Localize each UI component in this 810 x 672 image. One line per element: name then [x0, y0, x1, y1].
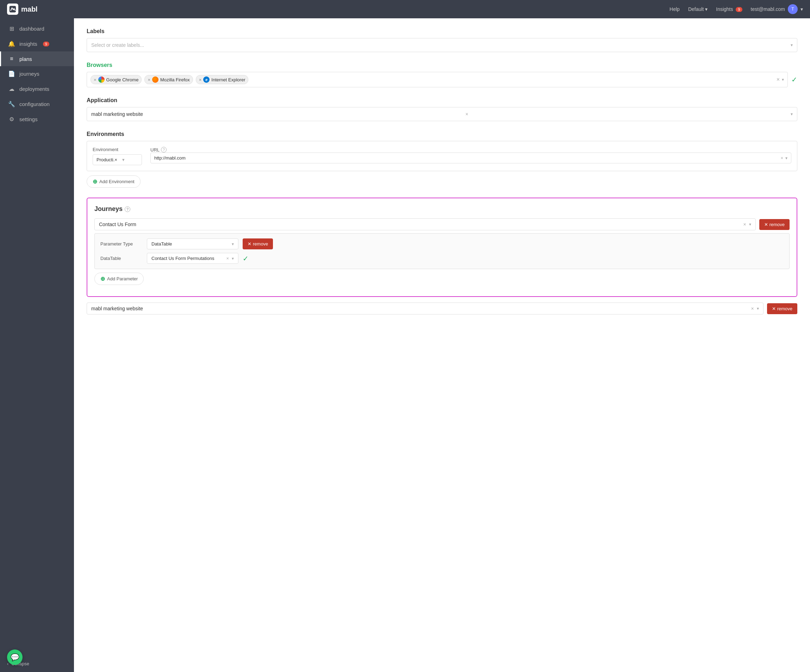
sidebar-item-plans[interactable]: ≡ plans — [0, 51, 74, 66]
chat-icon: 💬 — [10, 653, 19, 662]
browsers-check: ✓ — [791, 75, 797, 84]
help-link[interactable]: Help — [670, 6, 680, 12]
env-label: Environment — [93, 147, 142, 152]
top-nav: mabl Help Default ▾ Insights 9 test@mabl… — [0, 0, 810, 18]
browser-tag-firefox: × Mozilla Firefox — [144, 75, 192, 84]
ie-remove[interactable]: × — [199, 77, 202, 83]
dashboard-icon: ⊞ — [8, 25, 15, 32]
workspace-dropdown[interactable]: Default ▾ — [688, 6, 707, 12]
firefox-remove[interactable]: × — [148, 77, 150, 83]
journeys-help-icon: ? — [125, 206, 130, 212]
datatable-clear[interactable]: × — [226, 256, 229, 261]
url-dropdown-arrow: ▾ — [785, 156, 788, 160]
bottom-journey-clear[interactable]: × — [751, 306, 754, 311]
sidebar: ⊞ dashboard 🔔 insights 9 ≡ plans 📄 journ… — [0, 18, 74, 672]
add-param-plus-icon: ⊕ — [100, 275, 105, 282]
datatable-select[interactable]: Contact Us Form Permutations × ▾ — [147, 253, 238, 264]
sidebar-item-configuration[interactable]: 🔧 configuration — [0, 96, 74, 111]
chat-bubble[interactable]: 💬 — [7, 650, 22, 665]
sidebar-item-insights[interactable]: 🔔 insights 9 — [0, 36, 74, 51]
insights-sidebar-badge: 9 — [43, 42, 49, 47]
journey-entry: Contact Us Form × ▾ ✕ remove Parameter T… — [94, 218, 790, 285]
url-clear[interactable]: × — [780, 155, 783, 160]
bottom-journey-remove-button[interactable]: ✕ remove — [767, 303, 797, 314]
datatable-row: DataTable Contact Us Form Permutations ×… — [100, 253, 784, 264]
param-type-select[interactable]: DataTable ▾ — [147, 238, 238, 249]
journey-dropdown-arrow: ▾ — [749, 222, 751, 227]
url-label: URL ? — [150, 147, 791, 152]
sidebar-item-deployments[interactable]: ☁ deployments — [0, 81, 74, 96]
main-content: Labels Select or create labels... ▾ Brow… — [74, 18, 810, 672]
browsers-dropdown-arrow[interactable]: ▾ — [782, 77, 784, 82]
labels-placeholder: Select or create labels... — [91, 42, 144, 48]
chrome-remove[interactable]: × — [94, 77, 96, 83]
param-remove-button[interactable]: ✕ remove — [243, 238, 273, 249]
logo: mabl — [7, 3, 38, 15]
environments-title: Environments — [87, 131, 797, 137]
journeys-icon: 📄 — [8, 71, 15, 77]
journeys-title: Journeys ? — [94, 205, 790, 213]
configuration-icon: 🔧 — [8, 101, 15, 107]
param-type-label: Parameter Type — [100, 241, 143, 247]
browsers-actions: × ▾ — [776, 76, 784, 83]
datatable-dropdown-arrow: ▾ — [232, 256, 234, 261]
application-select[interactable]: mabl marketing website × ▾ — [87, 107, 797, 121]
environments-section: Environments Environment Producti.× ▾ UR… — [87, 131, 797, 188]
journey-clear[interactable]: × — [743, 221, 746, 227]
journey-row: Contact Us Form × ▾ ✕ remove — [94, 218, 790, 230]
parameter-block: Parameter Type DataTable ▾ ✕ remove Data… — [94, 233, 790, 269]
insights-icon: 🔔 — [8, 41, 15, 47]
app-layout: ⊞ dashboard 🔔 insights 9 ≡ plans 📄 journ… — [0, 18, 810, 672]
insights-badge: 9 — [736, 7, 742, 12]
env-url-col: URL ? http://mabl.com × ▾ — [150, 147, 791, 164]
sidebar-item-dashboard[interactable]: ⊞ dashboard — [0, 21, 74, 36]
bottom-journey-row: mabl marketing website × ▾ ✕ remove — [87, 302, 797, 314]
browser-tag-chrome: × Google Chrome — [91, 75, 142, 84]
bottom-journey-remove-x-icon: ✕ — [772, 306, 776, 311]
browsers-section: Browsers × Google Chrome × Mozilla Firef… — [87, 62, 797, 87]
url-select[interactable]: http://mabl.com × ▾ — [150, 152, 791, 164]
browser-tag-ie: × e Internet Explorer — [196, 75, 249, 84]
browsers-field: × Google Chrome × Mozilla Firefox × e In… — [87, 72, 788, 87]
chrome-icon — [98, 76, 105, 83]
add-parameter-button[interactable]: ⊕ Add Parameter — [94, 273, 144, 285]
labels-section: Labels Select or create labels... ▾ — [87, 28, 797, 52]
settings-icon: ⚙ — [8, 116, 15, 123]
env-select[interactable]: Producti.× ▾ — [93, 154, 142, 165]
labels-dropdown-arrow: ▾ — [791, 42, 793, 47]
firefox-icon — [152, 76, 159, 83]
add-env-plus-icon: ⊕ — [93, 178, 97, 185]
sidebar-item-journeys[interactable]: 📄 journeys — [0, 66, 74, 81]
avatar: T — [788, 4, 798, 14]
env-dropdown-arrow: ▾ — [122, 157, 125, 162]
sidebar-item-settings[interactable]: ⚙ settings — [0, 111, 74, 127]
browsers-title: Browsers — [87, 62, 797, 68]
journey-remove-button[interactable]: ✕ remove — [759, 219, 790, 230]
param-type-dropdown-arrow: ▾ — [232, 241, 234, 247]
browsers-clear[interactable]: × — [776, 76, 780, 83]
ie-icon: e — [203, 76, 209, 83]
bottom-journey-select[interactable]: mabl marketing website × ▾ — [87, 302, 763, 314]
user-info: test@mabl.com T ▾ — [751, 4, 803, 14]
bottom-journey-dropdown-arrow: ▾ — [757, 306, 759, 311]
plans-icon: ≡ — [8, 56, 15, 62]
application-clear[interactable]: × — [465, 111, 468, 117]
application-title: Application — [87, 97, 797, 103]
application-dropdown-arrow: ▾ — [791, 111, 793, 117]
deployments-icon: ☁ — [8, 86, 15, 92]
add-environment-button[interactable]: ⊕ Add Environment — [87, 176, 140, 188]
journeys-section: Journeys ? Contact Us Form × ▾ ✕ remove — [87, 198, 797, 297]
labels-title: Labels — [87, 28, 797, 34]
datatable-label: DataTable — [100, 256, 143, 261]
journey-select[interactable]: Contact Us Form × ▾ — [94, 218, 756, 230]
insights-link[interactable]: Insights 9 — [716, 6, 742, 12]
env-row: Environment Producti.× ▾ URL ? http://ma… — [93, 147, 791, 165]
param-type-row: Parameter Type DataTable ▾ ✕ remove — [100, 238, 784, 249]
application-section: Application mabl marketing website × ▾ — [87, 97, 797, 121]
url-help-icon: ? — [161, 147, 167, 152]
env-col: Environment Producti.× ▾ — [93, 147, 142, 165]
labels-select[interactable]: Select or create labels... ▾ — [87, 38, 797, 52]
top-nav-items: Help Default ▾ Insights 9 test@mabl.com … — [670, 4, 803, 14]
logo-icon — [7, 3, 18, 15]
environment-card: Environment Producti.× ▾ URL ? http://ma… — [87, 141, 797, 171]
